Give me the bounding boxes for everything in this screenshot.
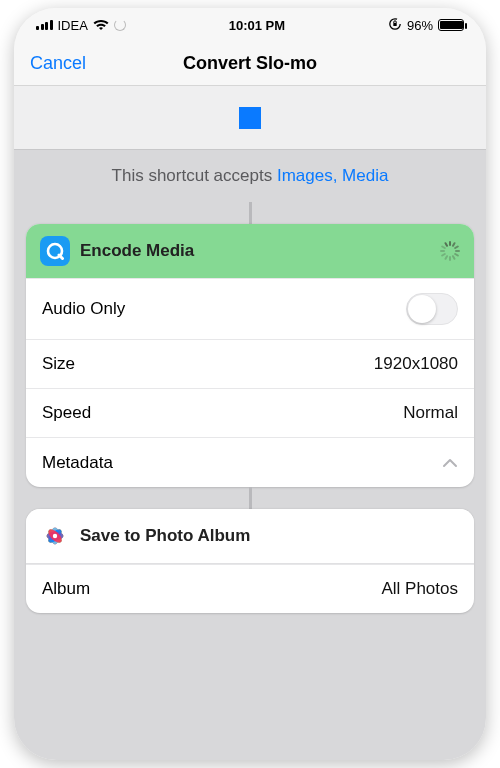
accepts-banner: This shortcut accepts Images, Media — [14, 150, 486, 202]
battery-percent: 96% — [407, 18, 433, 33]
accepts-types[interactable]: Images, Media — [277, 166, 389, 185]
row-value: Normal — [403, 403, 458, 423]
rotation-lock-icon — [388, 17, 402, 34]
row-label: Metadata — [42, 453, 113, 473]
svg-point-11 — [53, 534, 57, 538]
row-album[interactable]: Album All Photos — [26, 564, 474, 613]
chevron-up-icon — [442, 452, 458, 473]
photos-icon — [40, 521, 70, 551]
status-bar: IDEA 10:01 PM 96% — [14, 8, 486, 42]
stop-button[interactable] — [239, 107, 261, 129]
flow-connector — [249, 487, 252, 509]
row-label: Audio Only — [42, 299, 125, 319]
stop-run-row — [14, 86, 486, 150]
flow-connector — [249, 202, 252, 224]
carrier-label: IDEA — [58, 18, 88, 33]
row-audio-only: Audio Only — [26, 278, 474, 339]
row-label: Speed — [42, 403, 91, 423]
cellular-signal-icon — [36, 20, 53, 30]
battery-icon — [438, 19, 464, 31]
row-speed[interactable]: Speed Normal — [26, 388, 474, 437]
action-title: Encode Media — [80, 241, 194, 261]
status-time: 10:01 PM — [229, 18, 285, 33]
svg-rect-1 — [393, 23, 396, 26]
action-header-encode-media[interactable]: Encode Media — [26, 224, 474, 278]
audio-only-toggle[interactable] — [406, 293, 458, 325]
accepts-prefix: This shortcut accepts — [112, 166, 277, 185]
wifi-icon — [93, 19, 109, 31]
quicktime-icon — [40, 236, 70, 266]
row-size[interactable]: Size 1920x1080 — [26, 339, 474, 388]
row-label: Size — [42, 354, 75, 374]
action-title: Save to Photo Album — [80, 526, 250, 546]
row-label: Album — [42, 579, 90, 599]
row-value: All Photos — [381, 579, 458, 599]
loading-spinner-icon — [114, 19, 126, 31]
row-metadata[interactable]: Metadata — [26, 437, 474, 487]
navigation-bar: Cancel Convert Slo-mo — [14, 42, 486, 86]
action-card-save-photo-album: Save to Photo Album Album All Photos — [26, 509, 474, 613]
row-value: 1920x1080 — [374, 354, 458, 374]
action-card-encode-media: Encode Media Audio Only — [26, 224, 474, 487]
cancel-button[interactable]: Cancel — [30, 53, 86, 74]
activity-spinner-icon — [440, 241, 460, 261]
action-header-save-photo-album[interactable]: Save to Photo Album — [26, 509, 474, 564]
